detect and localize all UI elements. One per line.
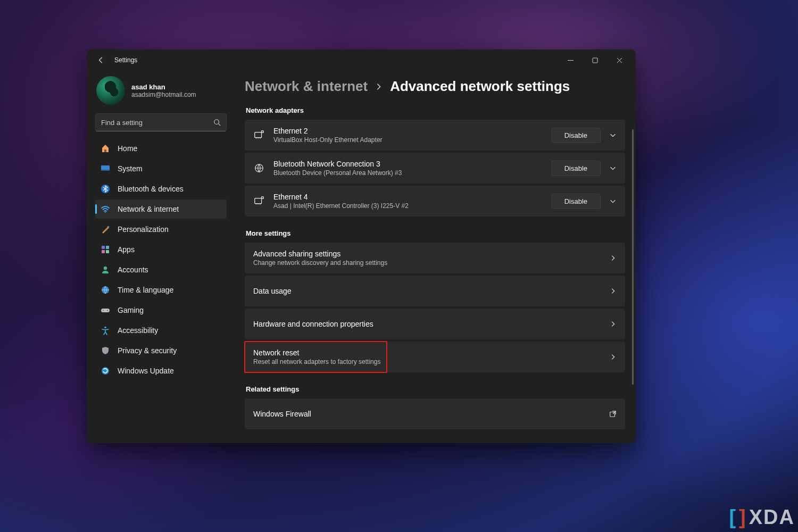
sidebar-item-label: System xyxy=(118,164,143,173)
breadcrumb-parent[interactable]: Network & internet xyxy=(245,78,368,95)
svg-rect-11 xyxy=(102,250,105,253)
sidebar-item-system[interactable]: System xyxy=(95,159,227,178)
globe-clock-icon xyxy=(101,285,110,295)
adapter-title: Bluetooth Network Connection 3 xyxy=(273,160,402,168)
setting-sub: Change network discovery and sharing set… xyxy=(253,259,387,267)
adapter-card[interactable]: Ethernet 4 Asad | Intel(R) Ethernet Cont… xyxy=(245,186,625,217)
section-more-title: More settings xyxy=(246,229,625,237)
adapter-title: Ethernet 2 xyxy=(273,127,383,135)
chevron-down-icon[interactable] xyxy=(609,164,617,172)
sidebar-item-privacy[interactable]: Privacy & security xyxy=(95,341,227,360)
chevron-down-icon[interactable] xyxy=(609,131,617,139)
sidebar: asad khan asadsim@hotmail.com Home Syste… xyxy=(87,71,233,443)
disable-button[interactable]: Disable xyxy=(551,161,601,176)
sidebar-item-personalization[interactable]: Personalization xyxy=(95,220,227,239)
maximize-button[interactable] xyxy=(583,52,607,69)
chevron-down-icon[interactable] xyxy=(609,197,617,205)
setting-title: Hardware and connection properties xyxy=(253,320,373,328)
sidebar-item-gaming[interactable]: Gaming xyxy=(95,301,227,320)
breadcrumb: Network & internet Advanced network sett… xyxy=(245,78,625,95)
svg-rect-5 xyxy=(101,170,110,171)
sidebar-item-accounts[interactable]: Accounts xyxy=(95,260,227,279)
sidebar-item-home[interactable]: Home xyxy=(95,139,227,158)
more-settings-list: Advanced sharing settings Change network… xyxy=(245,243,625,372)
setting-data-usage[interactable]: Data usage xyxy=(245,276,625,306)
search-input[interactable] xyxy=(101,119,213,127)
sidebar-item-label: Bluetooth & devices xyxy=(118,185,184,193)
svg-rect-24 xyxy=(262,197,264,199)
sidebar-item-time[interactable]: Time & language xyxy=(95,280,227,300)
sidebar-item-label: Windows Update xyxy=(118,367,174,375)
sidebar-item-label: Apps xyxy=(118,245,135,254)
avatar xyxy=(96,76,125,105)
svg-rect-10 xyxy=(106,246,109,249)
sidebar-item-label: Home xyxy=(118,144,137,153)
minimize-button[interactable] xyxy=(558,52,583,69)
sidebar-item-label: Gaming xyxy=(118,306,144,314)
setting-title: Windows Firewall xyxy=(253,410,311,418)
svg-rect-3 xyxy=(104,149,106,152)
sidebar-item-label: Accessibility xyxy=(118,326,158,335)
person-icon xyxy=(101,265,110,275)
svg-point-13 xyxy=(104,267,107,270)
svg-rect-21 xyxy=(262,131,264,133)
sidebar-item-network[interactable]: Network & internet xyxy=(95,200,227,219)
svg-point-2 xyxy=(214,120,219,124)
adapter-sub: VirtualBox Host-Only Ethernet Adapter xyxy=(273,136,383,144)
section-adapters-title: Network adapters xyxy=(246,106,625,114)
settings-window: Settings asad khan asadsim@hotmail.com xyxy=(87,49,636,443)
search-box[interactable] xyxy=(95,113,227,131)
sidebar-item-apps[interactable]: Apps xyxy=(95,240,227,259)
sidebar-item-label: Time & language xyxy=(118,286,173,294)
disable-button[interactable]: Disable xyxy=(551,194,601,209)
paintbrush-icon xyxy=(101,225,110,234)
setting-title: Advanced sharing settings xyxy=(253,250,387,258)
profile-email: asadsim@hotmail.com xyxy=(131,91,196,98)
svg-point-18 xyxy=(104,327,106,329)
search-icon xyxy=(213,119,221,126)
adapter-sub: Asad | Intel(R) Ethernet Controller (3) … xyxy=(273,202,409,210)
sidebar-item-label: Network & internet xyxy=(118,205,179,213)
sidebar-item-label: Privacy & security xyxy=(118,346,177,355)
svg-rect-0 xyxy=(568,60,573,61)
svg-point-16 xyxy=(103,310,104,311)
setting-network-reset[interactable]: Network reset Reset all network adapters… xyxy=(245,342,625,372)
page-title: Advanced network settings xyxy=(390,78,570,95)
setting-hardware-properties[interactable]: Hardware and connection properties xyxy=(245,309,625,339)
titlebar: Settings xyxy=(87,49,636,71)
close-button[interactable] xyxy=(607,52,631,69)
profile-name: asad khan xyxy=(131,83,196,91)
ethernet-icon xyxy=(253,195,265,207)
apps-icon xyxy=(101,245,110,254)
sidebar-nav: Home System Bluetooth & devices Network … xyxy=(95,139,227,380)
sidebar-item-accessibility[interactable]: Accessibility xyxy=(95,321,227,340)
section-related-title: Related settings xyxy=(246,385,625,393)
disable-button[interactable]: Disable xyxy=(551,128,601,143)
update-icon xyxy=(101,366,110,376)
system-icon xyxy=(101,164,110,173)
svg-rect-15 xyxy=(101,309,110,312)
adapter-card[interactable]: Ethernet 2 VirtualBox Host-Only Ethernet… xyxy=(245,120,625,151)
open-external-icon xyxy=(609,410,617,418)
gamepad-icon xyxy=(101,305,110,315)
accessibility-icon xyxy=(101,326,110,335)
chevron-right-icon xyxy=(609,287,617,295)
svg-rect-20 xyxy=(255,132,262,138)
ethernet-icon xyxy=(253,129,265,141)
bluetooth-icon xyxy=(101,184,110,194)
chevron-right-icon xyxy=(609,320,617,328)
setting-windows-firewall[interactable]: Windows Firewall xyxy=(245,398,625,429)
svg-rect-23 xyxy=(255,198,262,204)
setting-title: Network reset xyxy=(253,348,380,357)
sidebar-item-bluetooth[interactable]: Bluetooth & devices xyxy=(95,179,227,198)
profile-block[interactable]: asad khan asadsim@hotmail.com xyxy=(95,74,227,113)
setting-advanced-sharing[interactable]: Advanced sharing settings Change network… xyxy=(245,243,625,273)
back-button[interactable] xyxy=(91,50,111,70)
svg-rect-12 xyxy=(106,250,109,253)
adapter-card[interactable]: Bluetooth Network Connection 3 Bluetooth… xyxy=(245,153,625,184)
sidebar-item-update[interactable]: Windows Update xyxy=(95,361,227,380)
svg-point-7 xyxy=(105,212,106,213)
scrollbar[interactable] xyxy=(632,129,634,385)
wifi-icon xyxy=(101,204,110,214)
adapter-title: Ethernet 4 xyxy=(273,193,409,201)
